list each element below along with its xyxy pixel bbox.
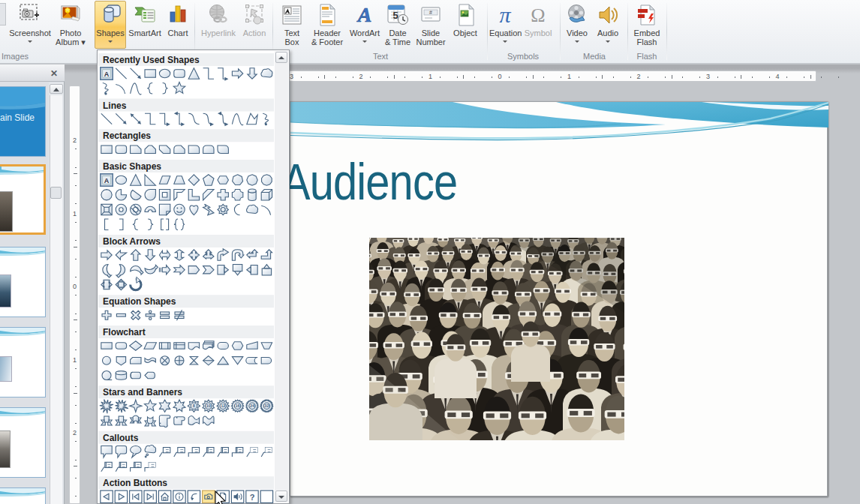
svg-text:12: 12 <box>221 404 225 408</box>
svg-text:8: 8 <box>193 404 195 408</box>
svg-text:10: 10 <box>206 404 211 408</box>
svg-text:Block Arrows: Block Arrows <box>103 236 161 247</box>
svg-text:Callouts: Callouts <box>103 433 139 443</box>
svg-text:Action Buttons: Action Buttons <box>103 478 167 488</box>
svg-text:A: A <box>104 177 110 184</box>
svg-text:π: π <box>499 3 511 27</box>
svg-text:24: 24 <box>250 404 255 408</box>
svg-text:32: 32 <box>264 404 269 408</box>
svg-text:?: ? <box>250 493 255 502</box>
svg-text:Rectangles: Rectangles <box>103 130 151 141</box>
svg-text:A: A <box>356 3 372 26</box>
svg-text:Basic Shapes: Basic Shapes <box>103 161 161 172</box>
svg-text:Flowchart: Flowchart <box>103 327 146 338</box>
svg-text:16: 16 <box>236 404 240 408</box>
svg-text:#: # <box>429 10 432 15</box>
svg-text:Recently Used Shapes: Recently Used Shapes <box>103 55 200 65</box>
svg-text:5: 5 <box>392 10 398 21</box>
svg-text:Equation Shapes: Equation Shapes <box>103 296 176 307</box>
svg-text:Ω: Ω <box>531 4 545 26</box>
svg-text:A: A <box>104 70 110 78</box>
svg-text:Lines: Lines <box>103 100 127 111</box>
svg-text:Stars and Banners: Stars and Banners <box>103 387 182 398</box>
